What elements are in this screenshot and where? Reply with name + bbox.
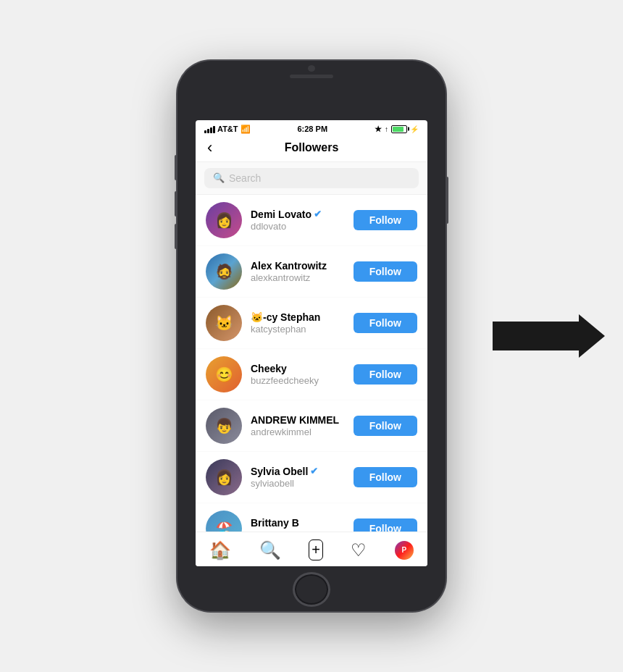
follower-info: Sylvia Obell ✔sylviaobell [251,466,354,489]
status-right: ★ ↑ ⚡ [375,125,419,134]
arrow-shape [493,322,580,350]
profile-icon[interactable]: P [395,541,414,560]
follower-name: Demi Lovato ✔ [251,209,354,220]
carrier-label: AT&T [217,125,238,133]
add-icon[interactable]: + [309,539,323,560]
heart-icon[interactable]: ♡ [351,540,367,560]
follow-button[interactable]: Follow [354,416,417,436]
follow-button[interactable]: Follow [354,364,417,385]
follower-info: 🐱-cy Stephan katcystephan [251,311,354,335]
follower-name: ANDREW KIMMEL [251,414,354,426]
back-button[interactable]: ‹ [207,140,212,156]
search-nav-icon[interactable]: 🔍 [259,540,281,560]
search-container: 🔍 Search [196,162,427,195]
follower-info: ANDREW KIMMEL andrewkimmel [251,414,354,437]
avatar: 👩 [206,459,242,495]
bottom-nav: 🏠 🔍 + ♡ P [196,532,427,566]
arrow-container [493,322,580,350]
follow-button[interactable]: Follow [354,210,417,230]
signal-icon [204,125,215,133]
follower-username: ddlovato [251,221,354,232]
list-item: 👩Demi Lovato ✔ddlovatoFollow [196,195,427,246]
list-item: 🧔Alex Kantrowitz alexkantrowitzFollow [196,246,427,298]
search-placeholder: Search [229,172,261,184]
avatar: 😊 [206,356,242,392]
follower-name: Sylvia Obell ✔ [251,466,354,477]
avatar: 🏖️ [206,511,242,532]
search-icon: 🔍 [213,172,225,183]
list-item: 🐱🐱-cy Stephan katcystephanFollow [196,298,427,349]
status-left: AT&T 📶 [204,125,251,134]
verified-badge: ✔ [314,209,322,219]
list-item: 🏖️Brittany B brittberkowitzFollow [196,503,427,532]
follower-info: Demi Lovato ✔ddlovato [251,209,354,232]
follower-username: katcystephan [251,324,354,335]
nav-bar: ‹ Followers [196,135,427,162]
bluetooth-icon: ★ [375,125,382,134]
list-item: 👦ANDREW KIMMEL andrewkimmelFollow [196,400,427,452]
follower-username: sylviaobell [251,478,354,489]
follower-name: Alex Kantrowitz [251,260,354,272]
battery-icon [391,125,407,133]
list-item: 😊Cheeky buzzfeedcheekyFollow [196,349,427,400]
wifi-icon: 📶 [241,125,251,134]
signal-arrow-icon: ↑ [385,125,388,133]
list-item: 👩Sylvia Obell ✔sylviaobellFollow [196,452,427,503]
verified-badge: ✔ [310,466,318,476]
page-title: Followers [285,141,339,154]
follow-button[interactable]: Follow [354,261,417,282]
avatar: 🐱 [206,305,242,341]
follower-info: Brittany B brittberkowitz [251,517,354,532]
screen: AT&T 📶 6:28 PM ★ ↑ ⚡ ‹ Followers 🔍 Searc… [196,120,427,567]
status-bar: AT&T 📶 6:28 PM ★ ↑ ⚡ [196,120,427,135]
camera [308,65,315,72]
followers-list: 👩Demi Lovato ✔ddlovatoFollow🧔Alex Kantro… [196,195,427,532]
home-button[interactable] [293,572,330,607]
follower-info: Alex Kantrowitz alexkantrowitz [251,260,354,283]
follower-username: buzzfeedcheeky [251,375,354,386]
follower-name: Brittany B [251,517,354,529]
follower-username: alexkantrowitz [251,272,354,283]
time-label: 6:28 PM [297,125,327,133]
charging-icon: ⚡ [410,125,419,133]
follow-button[interactable]: Follow [354,313,417,333]
avatar: 👦 [206,408,242,444]
avatar: 👩 [206,202,242,238]
follower-username: andrewkimmel [251,427,354,437]
phone-frame: AT&T 📶 6:28 PM ★ ↑ ⚡ ‹ Followers 🔍 Searc… [177,61,446,611]
speaker [290,75,333,78]
follow-button[interactable]: Follow [354,467,417,487]
search-bar[interactable]: 🔍 Search [204,168,419,188]
home-icon[interactable]: 🏠 [209,540,231,560]
follow-button[interactable]: Follow [354,518,417,532]
follower-name: 🐱-cy Stephan [251,311,354,323]
follower-info: Cheeky buzzfeedcheeky [251,363,354,386]
follower-name: Cheeky [251,363,354,374]
avatar: 🧔 [206,253,242,290]
